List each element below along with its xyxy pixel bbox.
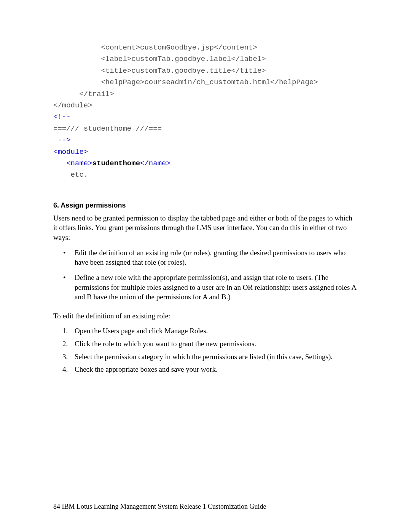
code-line-5: </trail> <box>53 90 114 98</box>
bullet-item: Define a new role with the appropriate p… <box>75 273 358 302</box>
code-line-4: <helpPage>courseadmin/ch_customtab.html<… <box>53 78 318 86</box>
bullet-item: Edit the definition of an existing role … <box>75 248 358 267</box>
bullet-list: Edit the definition of an existing role … <box>53 248 358 302</box>
section-heading: 6. Assign permissions <box>53 201 358 209</box>
step-item: Open the Users page and click Manage Rol… <box>75 326 358 336</box>
page-footer: 84 IBM Lotus Learning Management System … <box>53 503 266 511</box>
step-item: Select the permission category in which … <box>75 352 358 362</box>
footer-title: IBM Lotus Learning Management System Rel… <box>60 503 266 510</box>
code-line-6: </module> <box>53 101 92 110</box>
code-line-12: etc. <box>53 171 88 179</box>
code-line-11: <name>studenthome</name> <box>53 159 170 168</box>
code-line-8: ===/// studenthome ///=== <box>53 125 162 133</box>
code-line-3: <title>customTab.goodbye.title</title> <box>53 67 266 75</box>
code-line-7: <!-- <box>53 113 71 121</box>
code-line-1: <content>customGoodbye.jsp</content> <box>53 43 257 52</box>
step-item: Check the appropriate boxes and save you… <box>75 364 358 374</box>
code-line-9: --> <box>53 136 71 144</box>
code-line-10: <module> <box>53 148 88 156</box>
code-block: <content>customGoodbye.jsp</content> <la… <box>53 42 358 181</box>
numbered-list: Open the Users page and click Manage Rol… <box>53 326 358 374</box>
page-container: <content>customGoodbye.jsp</content> <la… <box>0 0 411 532</box>
step-item: Click the role to which you want to gran… <box>75 339 358 349</box>
code-line-2: <label>customTab.goodbye.label</label> <box>53 55 266 63</box>
section-intro: Users need to be granted permission to d… <box>53 213 358 243</box>
edit-intro: To edit the definition of an existing ro… <box>53 311 358 321</box>
page-number: 84 <box>53 503 60 510</box>
